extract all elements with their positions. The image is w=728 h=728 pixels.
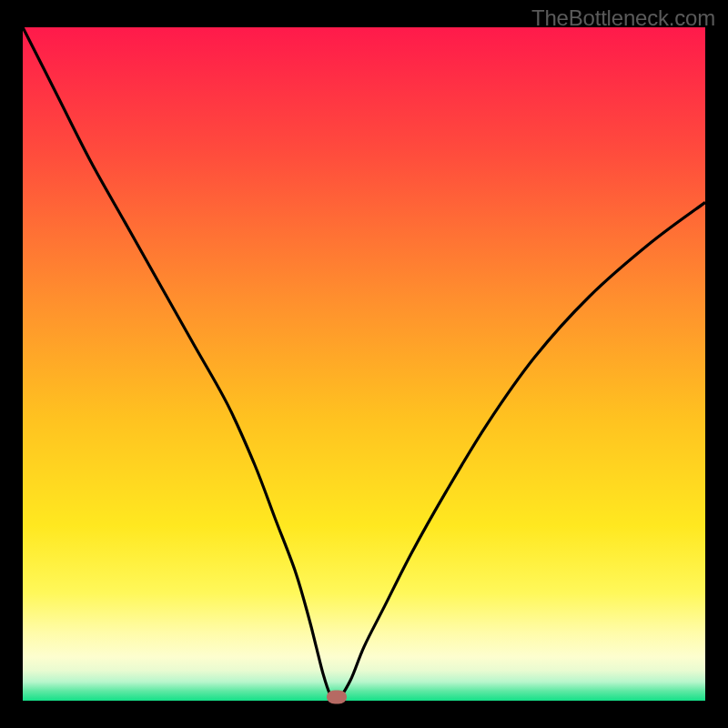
- optimal-marker: [327, 691, 347, 704]
- curve-layer: [23, 27, 705, 701]
- bottleneck-curve: [23, 27, 705, 701]
- watermark-text: TheBottleneck.com: [531, 5, 715, 31]
- plot-area: [23, 27, 705, 701]
- chart-stage: TheBottleneck.com: [0, 0, 728, 728]
